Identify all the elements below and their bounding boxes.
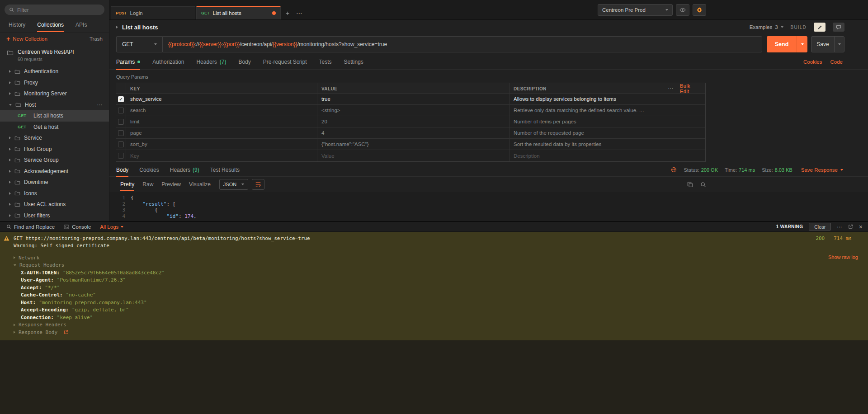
format-selector[interactable]: JSON xyxy=(219,179,248,190)
value-cell[interactable]: 20 xyxy=(317,116,509,127)
show-raw-log-link[interactable]: Show raw log xyxy=(828,254,858,260)
sidebar-folder-user-filters[interactable]: User filters xyxy=(0,210,109,221)
value-cell[interactable]: {"host.name":"ASC"} xyxy=(317,139,509,150)
environment-selector[interactable]: Centreon Pre Prod xyxy=(598,4,673,16)
key-cell[interactable]: show_service xyxy=(126,94,317,104)
environment-settings-button[interactable] xyxy=(693,4,706,16)
bulk-edit-link[interactable]: Bulk Edit xyxy=(680,83,701,94)
description-cell[interactable]: Retrieve only data matching the defined … xyxy=(509,105,705,116)
description-cell[interactable]: Sort the resulted data by its properties xyxy=(509,139,705,150)
view-preview[interactable]: Preview xyxy=(157,177,185,192)
view-raw[interactable]: Raw xyxy=(138,177,157,192)
network-globe-icon[interactable] xyxy=(671,167,677,173)
table-options-button[interactable]: ⋯ xyxy=(668,85,674,92)
wrap-lines-button[interactable] xyxy=(252,179,264,190)
console-section-network[interactable]: Network xyxy=(0,254,868,262)
save-response-button[interactable]: Save Response xyxy=(801,167,843,173)
tab-headers[interactable]: Headers(7) xyxy=(196,54,226,70)
checkbox-unchecked[interactable] xyxy=(118,130,124,136)
console-section-response-headers[interactable]: Response Headers xyxy=(0,321,868,329)
url-input[interactable]: {{protocol}}://{{server}}:{{port}}/centr… xyxy=(162,36,762,52)
key-cell[interactable]: sort_by xyxy=(126,139,317,150)
cookies-link[interactable]: Cookies xyxy=(803,59,822,65)
tab-apis[interactable]: APIs xyxy=(70,18,93,32)
checkbox-unchecked[interactable] xyxy=(118,141,124,147)
tab-tests[interactable]: Tests xyxy=(319,54,331,70)
sidebar-folder-user-acl-actions[interactable]: User ACL actions xyxy=(0,199,109,210)
sidebar-request-list-all-hosts[interactable]: GETList all hosts xyxy=(0,110,109,122)
external-link-icon[interactable] xyxy=(64,330,68,334)
copy-icon[interactable] xyxy=(687,182,693,188)
find-and-replace-button[interactable]: Find and Replace xyxy=(6,224,55,230)
save-options-button[interactable] xyxy=(834,37,844,52)
view-visualize[interactable]: Visualize xyxy=(185,177,215,192)
checkbox-unchecked[interactable] xyxy=(118,153,124,159)
search-icon[interactable] xyxy=(700,182,706,188)
tab-body[interactable]: Body xyxy=(238,54,250,70)
request-tab-list-all-hosts[interactable]: GET List all hosts xyxy=(196,6,281,19)
value-cell[interactable]: <string> xyxy=(317,105,509,116)
collection-item[interactable]: Centreon Web RestAPI 60 requests xyxy=(0,44,109,66)
tab-settings[interactable]: Settings xyxy=(344,54,363,70)
sidebar-folder-proxy[interactable]: Proxy xyxy=(0,77,109,89)
new-tab-button[interactable]: + xyxy=(282,6,293,19)
tab-response-body[interactable]: Body xyxy=(116,163,128,177)
console-options-button[interactable]: ⋯ xyxy=(837,224,842,230)
console-tab[interactable]: Console xyxy=(64,224,91,230)
description-cell[interactable]: Allows to display services belonging to … xyxy=(509,94,705,104)
trash-button[interactable]: Trash xyxy=(90,36,103,42)
key-cell[interactable]: Key xyxy=(126,150,317,161)
filter-input[interactable] xyxy=(17,7,100,13)
value-cell[interactable]: Value xyxy=(317,150,509,161)
checkbox-checked[interactable]: ✓ xyxy=(118,96,124,102)
sidebar-folder-downtime[interactable]: Downtime xyxy=(0,177,109,188)
checkbox-unchecked[interactable] xyxy=(118,119,124,125)
sidebar-folder-host-group[interactable]: Host Group xyxy=(0,144,109,155)
key-cell[interactable]: search xyxy=(126,105,317,116)
clear-console-button[interactable]: Clear xyxy=(809,223,831,231)
value-cell[interactable]: 4 xyxy=(317,127,509,138)
tab-test-results[interactable]: Test Results xyxy=(210,163,240,177)
console-request-line[interactable]: GET https://monitoring-preprod.company.l… xyxy=(0,235,868,242)
tab-history[interactable]: History xyxy=(3,18,31,32)
tab-response-cookies[interactable]: Cookies xyxy=(139,163,159,177)
tab-options-button[interactable]: ⋯ xyxy=(293,6,305,19)
sidebar-folder-authentication[interactable]: Authentication xyxy=(0,66,109,77)
edit-button[interactable] xyxy=(814,23,826,32)
examples-dropdown[interactable]: Examples 3 xyxy=(750,24,783,30)
description-cell[interactable]: Number of items per pages xyxy=(509,116,705,127)
console-section-request-headers[interactable]: Request Headers xyxy=(0,262,868,269)
close-console-button[interactable]: × xyxy=(859,223,863,231)
sidebar-folder-monitoring-server[interactable]: Monitoring Server xyxy=(0,88,109,99)
response-body-viewer[interactable]: 1{ 2 "result": [ 3 { 4 "id": 174, xyxy=(109,192,868,221)
sidebar-filter[interactable] xyxy=(5,5,104,15)
description-cell[interactable]: Number of the requested page xyxy=(509,127,705,138)
tab-collections[interactable]: Collections xyxy=(31,18,70,32)
tab-authorization[interactable]: Authorization xyxy=(152,54,184,70)
folder-options-button[interactable]: ⋯ xyxy=(97,102,103,108)
environment-quick-look-button[interactable] xyxy=(676,4,689,16)
chevron-right-icon[interactable] xyxy=(116,26,118,28)
open-console-window-button[interactable] xyxy=(848,224,853,229)
sidebar-folder-icons[interactable]: Icons xyxy=(0,188,109,199)
code-link[interactable]: Code xyxy=(830,59,843,65)
request-tab-login[interactable]: POST Login xyxy=(111,6,195,19)
sidebar-folder-acknowledgement[interactable]: Acknowledgement xyxy=(0,166,109,177)
value-cell[interactable]: true xyxy=(317,94,509,104)
all-logs-dropdown[interactable]: All Logs xyxy=(100,224,123,230)
comments-button[interactable] xyxy=(833,23,844,32)
send-button[interactable]: Send xyxy=(767,36,797,52)
key-cell[interactable]: page xyxy=(126,127,317,138)
new-collection-button[interactable]: +New Collection xyxy=(6,36,47,42)
save-button[interactable]: Save xyxy=(811,37,834,52)
method-selector[interactable]: GET xyxy=(116,36,162,52)
console-section-response-body[interactable]: Response Body xyxy=(0,329,868,336)
sidebar-folder-service[interactable]: Service xyxy=(0,132,109,144)
description-cell[interactable]: Description xyxy=(509,150,705,161)
tab-pre-request-script[interactable]: Pre-request Script xyxy=(263,54,307,70)
send-options-button[interactable] xyxy=(797,36,807,52)
view-pretty[interactable]: Pretty xyxy=(116,177,138,192)
tab-response-headers[interactable]: Headers(9) xyxy=(170,163,199,177)
sidebar-folder-service-group[interactable]: Service Group xyxy=(0,155,109,166)
checkbox-unchecked[interactable] xyxy=(118,108,124,113)
